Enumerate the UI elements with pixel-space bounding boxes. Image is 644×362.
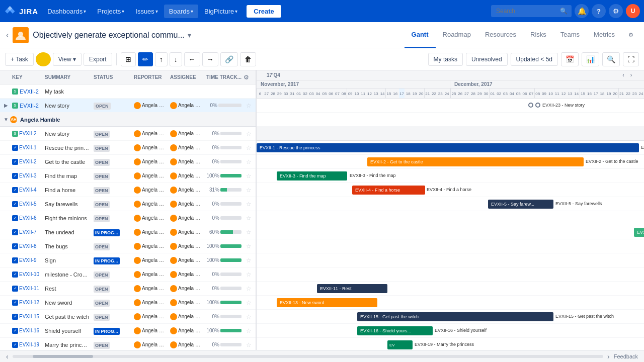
table-row[interactable]: ✓ EVXII-15 Get past the witch OPEN Angel… (0, 310, 256, 324)
gantt-row[interactable]: EVXII-1 - Rescue the princess EVXII-1 - … (257, 141, 644, 155)
create-button[interactable]: Create (247, 5, 281, 18)
table-row[interactable]: ▶ S EVXII-2 New story OPEN Angela Hambl.… (0, 99, 256, 113)
gantt-bar-shield[interactable]: EVXII-16 - Shield yours... (357, 326, 433, 335)
gantt-row[interactable]: EVXII-11 - Rest (257, 282, 644, 296)
right-arrow-button[interactable]: → (202, 52, 218, 66)
col-header-time[interactable]: TIME TRACK... (204, 74, 244, 80)
down-arrow-button[interactable]: ↓ (170, 52, 182, 66)
up-arrow-button[interactable]: ↑ (155, 52, 168, 66)
table-row[interactable]: ✓ EVXII-1 Rescue the princess OPEN Angel… (0, 141, 256, 155)
timeline-nav-right[interactable]: › (628, 72, 634, 78)
gantt-bar-newsword[interactable]: EVXII-13 - New sword (277, 298, 377, 307)
table-row[interactable]: ✓ EVXII-3 Find the map OPEN Angela Hambl… (0, 169, 256, 183)
toolbar: + Task View ▾ Export ⊞ ✏ ↑ ↓ ← → 🔗 🗑 My … (0, 48, 644, 70)
pencil-tool-button[interactable]: ✏ (138, 52, 153, 66)
col-header-summary[interactable]: SUMMARY (43, 74, 92, 80)
gantt-date: 20 (418, 88, 424, 99)
gantt-bar-marry[interactable]: EV (387, 340, 413, 349)
unresolved-button[interactable]: Unresolved (466, 53, 508, 66)
toolbar-circle-btn[interactable] (36, 52, 51, 66)
gantt-row[interactable]: EVXII-7 (257, 225, 644, 239)
nav-projects[interactable]: Projects ▾ (92, 5, 129, 18)
table-row[interactable]: ✓ EVXII-8 The bugs OPEN Angela Hambl. An… (0, 239, 256, 253)
gantt-row[interactable]: EVXII-13 - New sword (257, 296, 644, 310)
help-icon[interactable]: ? (592, 4, 606, 18)
tab-metrics[interactable]: Metrics (587, 22, 622, 48)
table-row[interactable]: ✓ EVXII-5 Say farewells OPEN Angela Hamb… (0, 197, 256, 211)
delete-button[interactable]: 🗑 (240, 52, 256, 66)
fullscreen-button[interactable]: ⛶ (623, 52, 639, 66)
group-header-angela[interactable]: ▼ AH Angela Hamble (0, 113, 256, 127)
fullscreen-search-button[interactable]: 🔍 (602, 52, 620, 66)
scroll-right-icon[interactable]: › (607, 352, 610, 360)
table-row[interactable]: S EVXII-2 New story OPEN Angela Hambl. A… (0, 127, 256, 141)
table-row[interactable]: ✓ EVXII-12 New sword OPEN Angela Hambl. … (0, 296, 256, 310)
tab-risks[interactable]: Risks (523, 22, 553, 48)
left-arrow-button[interactable]: ← (184, 52, 200, 66)
col-header-assignee[interactable]: ASSIGNEE (168, 74, 204, 80)
tab-roadmap[interactable]: Roadmap (436, 22, 478, 48)
export-button[interactable]: Export (84, 53, 112, 66)
gantt-bar-rescue[interactable]: EVXII-1 - Rescue the princess (257, 143, 639, 152)
gantt-bar-castle[interactable]: EVXII-2 - Get to the castle (367, 157, 584, 166)
gantt-bar-farewell[interactable]: EVXII-5 - Say farew... (488, 200, 553, 209)
row-expand-icon[interactable]: ▶ (4, 103, 8, 108)
tab-resources[interactable]: Resources (478, 22, 523, 48)
timeline-view-button[interactable]: 📊 (582, 52, 599, 66)
group-collapse-icon[interactable]: ▼ (4, 117, 9, 122)
gantt-row[interactable]: EVXII-5 - Say farew... EVXII-5 - Say far… (257, 197, 644, 211)
nav-issues[interactable]: Issues ▾ (130, 5, 163, 18)
search-input[interactable] (491, 5, 572, 17)
user-avatar[interactable]: U (626, 4, 640, 18)
my-tasks-button[interactable]: My tasks (428, 53, 463, 66)
grid-view-button[interactable]: ⊞ (121, 52, 136, 66)
project-chevron[interactable]: ▾ (188, 31, 191, 39)
table-row[interactable]: ✓ EVXII-2 Get to the castle OPEN Angela … (0, 155, 256, 169)
calendar-view-button[interactable]: 📅 (561, 52, 579, 66)
nav-bigpicture[interactable]: BigPicture ▾ (199, 5, 243, 18)
add-task-button[interactable]: + Task (5, 53, 34, 66)
gantt-row[interactable]: EVXII-4 - Find a horse EVXII-4 - Find a … (257, 183, 644, 197)
nav-dashboards[interactable]: Dashboards ▾ (42, 5, 91, 18)
table-row[interactable]: ✓ EVXII-7 The undead IN PROG... Angela H… (0, 225, 256, 239)
gantt-bar-witch[interactable]: EVXII-15 - Get past the witch (357, 312, 553, 321)
gantt-row[interactable]: EVXII-15 - Get past the witch EVXII-15 -… (257, 310, 644, 324)
gantt-bar-map[interactable]: EVXII-3 - Find the map (277, 171, 347, 180)
bottom-scrollbar[interactable]: ‹ › (6, 352, 610, 360)
tab-gantt[interactable]: Gantt (405, 22, 436, 48)
gantt-bar-rest[interactable]: EVXII-11 - Rest (317, 284, 387, 293)
table-row[interactable]: ✓ EVXII-11 Rest OPEN Angela Hambl. Angel… (0, 282, 256, 296)
col-header-key[interactable]: KEY (10, 74, 43, 80)
table-row[interactable]: ✓ EVXII-9 Sign IN PROG... Angela Hambl. … (0, 253, 256, 267)
back-arrow[interactable]: ‹ (6, 31, 9, 40)
col-header-settings[interactable]: ⚙ (244, 74, 254, 81)
tab-settings-icon[interactable]: ⚙ (624, 28, 638, 42)
scroll-left-icon[interactable]: ‹ (6, 352, 9, 360)
notification-icon[interactable]: 🔔 (575, 4, 589, 18)
table-row[interactable]: S EVXII-2 My task (0, 84, 256, 99)
table-row[interactable]: ✓ EVXII-10 milestone - Crossroads OPEN A… (0, 267, 256, 282)
link-button[interactable]: 🔗 (220, 52, 238, 66)
gantt-bar-undead[interactable]: EVXII-7 (634, 228, 644, 237)
gantt-date: 21 (618, 88, 625, 99)
table-row[interactable]: ✓ EVXII-19 Marry the princess OPEN Angel… (0, 338, 256, 350)
settings-icon[interactable]: ⚙ (609, 4, 623, 18)
table-row[interactable]: ✓ EVXII-16 Shield yourself IN PROG... An… (0, 324, 256, 338)
scrollbar-thumb[interactable] (33, 355, 93, 358)
view-button[interactable]: View ▾ (53, 53, 82, 66)
table-row[interactable]: ✓ EVXII-4 Find a horse OPEN Angela Hambl… (0, 183, 256, 197)
jira-logo[interactable]: JIRA (4, 5, 38, 17)
col-header-reporter[interactable]: REPORTER (132, 74, 168, 80)
tab-teams[interactable]: Teams (553, 22, 587, 48)
gantt-bar-horse[interactable]: EVXII-4 - Find a horse (352, 186, 425, 195)
gantt-row[interactable]: EV EVXII-19 - Marry the princess (257, 338, 644, 350)
timeline-nav-left[interactable]: ‹ (620, 72, 626, 78)
nav-boards[interactable]: Boards ▾ (164, 5, 198, 18)
table-row[interactable]: ✓ EVXII-6 Fight the minions OPEN Angela … (0, 211, 256, 225)
col-header-status[interactable]: STATUS (92, 74, 132, 80)
feedback-button[interactable]: Feedback (614, 353, 638, 359)
gantt-row[interactable]: EVXII-3 - Find the map EVXII-3 - Find th… (257, 169, 644, 183)
gantt-row[interactable]: EVXII-2 - Get to the castle EVXII-2 - Ge… (257, 155, 644, 169)
updated-button[interactable]: Updated < 5d (511, 53, 558, 66)
gantt-row[interactable]: EVXII-16 - Shield yours... EVXII-16 - Sh… (257, 324, 644, 338)
